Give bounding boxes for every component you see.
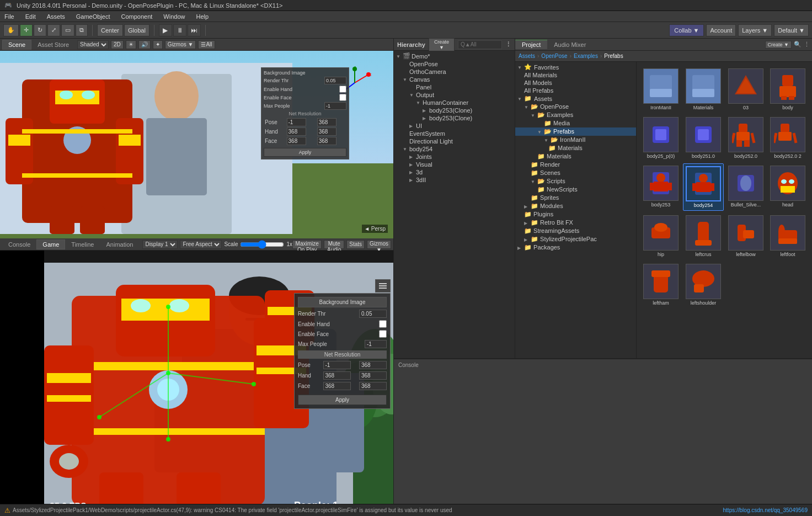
asset-body251[interactable]: body251.0: [683, 115, 724, 161]
h-canvas[interactable]: Canvas: [394, 76, 515, 83]
tool-scale[interactable]: ⤢: [47, 24, 60, 36]
tree-examples[interactable]: 📂 Examples: [515, 111, 636, 119]
hierarchy-options[interactable]: ⋮: [505, 41, 511, 48]
search-all-btn[interactable]: ☰All: [198, 40, 215, 49]
menu-window[interactable]: Window: [161, 13, 187, 20]
asset-leftelbow[interactable]: leftelbow: [726, 213, 766, 259]
gizmos-btn[interactable]: Gizmos ▼: [165, 40, 196, 49]
asset-leftfoot[interactable]: leftfoot: [768, 213, 808, 259]
asset-leftshoulder[interactable]: leftshoulder: [683, 262, 724, 308]
asset-body2522[interactable]: body252.0 2: [768, 115, 808, 161]
asset-body254[interactable]: body254: [683, 163, 724, 211]
global-btn[interactable]: Global: [124, 24, 149, 36]
scene-face1[interactable]: [287, 137, 306, 145]
hamburger-menu[interactable]: [375, 279, 391, 292]
enable-hand-check[interactable]: [379, 320, 387, 328]
render-thr-input[interactable]: [359, 310, 387, 318]
asset-bullet[interactable]: Bullet_Silve...: [726, 163, 766, 211]
max-people-input[interactable]: [365, 340, 387, 348]
scene-face2[interactable]: [317, 137, 336, 145]
audio-toggle[interactable]: 🔊: [138, 40, 151, 49]
layers-button[interactable]: Layers ▼: [738, 24, 772, 36]
asset-body252[interactable]: body252.0: [726, 115, 766, 161]
tab-console[interactable]: Console: [2, 240, 36, 249]
game-aspect-select[interactable]: Free Aspect: [180, 240, 222, 249]
tab-audio-mixer[interactable]: Audio Mixer: [547, 40, 592, 49]
scene-render-input[interactable]: [324, 77, 346, 84]
scene-hand1[interactable]: [287, 127, 306, 136]
tree-plugins[interactable]: 📁 Plugins: [515, 210, 636, 219]
pose-input1[interactable]: [323, 361, 351, 369]
pose-input2[interactable]: [359, 361, 387, 369]
tree-packages[interactable]: 📁 Packages: [515, 243, 636, 252]
scene-enablehand-check[interactable]: [339, 86, 346, 93]
menu-help[interactable]: Help: [194, 13, 211, 20]
tree-assets[interactable]: 📁 Assets: [515, 94, 636, 103]
tree-materials-outer[interactable]: 📁 Materials: [515, 152, 636, 161]
effects-toggle[interactable]: ✦: [153, 40, 163, 49]
game-gizmos-btn[interactable]: Gizmos ▼: [367, 240, 391, 249]
h-joints[interactable]: Joints: [394, 153, 515, 161]
tool-rotate[interactable]: ↻: [34, 24, 46, 36]
hierarchy-create-btn[interactable]: Create ▼: [429, 38, 455, 51]
2d-toggle[interactable]: 2D: [111, 40, 124, 49]
tree-stylized[interactable]: 📁 StylizedProjectilePac: [515, 235, 636, 243]
tree-render[interactable]: 📁 Render: [515, 161, 636, 169]
menu-edit[interactable]: Edit: [23, 13, 38, 20]
hand-input2[interactable]: [359, 371, 387, 380]
display-mode-select[interactable]: Shaded: [77, 40, 109, 49]
asset-hip[interactable]: hip: [641, 213, 681, 259]
scene-maxpeople-input[interactable]: [324, 102, 346, 110]
play-button[interactable]: ▶: [159, 24, 172, 36]
layout-button[interactable]: Default ▼: [774, 24, 809, 36]
hierarchy-scene-root[interactable]: 🎬 Demo*: [394, 52, 515, 60]
mute-btn[interactable]: Mute Audio: [324, 240, 344, 249]
asset-body25[interactable]: body25_p(0): [641, 115, 681, 161]
scene-pose2[interactable]: [317, 118, 336, 126]
h-eventsystem[interactable]: EventSystem: [394, 130, 515, 137]
tree-media[interactable]: 📁 Media: [515, 119, 636, 127]
asset-03[interactable]: 03: [726, 66, 766, 113]
tree-openpose[interactable]: 📂 OpenPose: [515, 103, 636, 111]
tree-newscripts[interactable]: 📁 NewScripts: [515, 185, 636, 194]
tree-modules[interactable]: 📁 Modules: [515, 202, 636, 210]
project-options[interactable]: ⋮: [804, 41, 810, 48]
scene-pose1[interactable]: [287, 118, 306, 126]
tree-sprites[interactable]: 📁 Sprites: [515, 194, 636, 202]
bc-assets[interactable]: Assets: [519, 53, 535, 59]
fav-prefabs[interactable]: All Prefabs: [515, 87, 636, 94]
face-input1[interactable]: [323, 382, 351, 390]
menu-gameobject[interactable]: GameObject: [74, 13, 113, 20]
tab-game[interactable]: Game: [36, 240, 65, 249]
scene-apply-btn[interactable]: Apply: [264, 148, 346, 157]
hierarchy-search[interactable]: [458, 40, 502, 49]
asset-body[interactable]: body: [768, 66, 808, 113]
tree-scenes[interactable]: 📁 Scenes: [515, 169, 636, 177]
tool-rect[interactable]: ▭: [61, 24, 74, 36]
h-panel[interactable]: Panel: [394, 83, 515, 91]
bc-openpose[interactable]: OpenPose: [541, 53, 567, 59]
tab-animation[interactable]: Animation: [100, 240, 140, 249]
tab-project[interactable]: Project: [515, 40, 547, 49]
tree-scripts[interactable]: 📂 Scripts: [515, 177, 636, 185]
pause-button[interactable]: ⏸: [173, 24, 186, 36]
hand-input1[interactable]: [323, 371, 351, 380]
fav-materials[interactable]: All Materials: [515, 71, 636, 79]
asset-head[interactable]: head: [768, 163, 808, 211]
bg-image-btn[interactable]: Background Image: [298, 297, 387, 307]
h-directional-light[interactable]: Directional Light: [394, 137, 515, 145]
tree-ironmanii[interactable]: 📂 IronManII: [515, 136, 636, 144]
h-ui[interactable]: UI: [394, 122, 515, 130]
h-humancontainer[interactable]: HumanContainer: [394, 99, 515, 107]
asset-body253[interactable]: body253: [641, 163, 681, 211]
apply-btn[interactable]: Apply: [298, 395, 387, 405]
scene-enableface-check[interactable]: [339, 94, 346, 101]
h-body254[interactable]: body254: [394, 145, 515, 153]
tab-scene[interactable]: Scene: [2, 40, 31, 50]
h-3d[interactable]: 3d: [394, 168, 515, 176]
fav-models[interactable]: All Models: [515, 79, 636, 87]
tree-streaming[interactable]: 📁 StreamingAssets: [515, 227, 636, 235]
tool-move[interactable]: ✛: [20, 24, 33, 36]
lighting-toggle[interactable]: ☀: [126, 40, 136, 49]
h-output[interactable]: Output: [394, 91, 515, 99]
